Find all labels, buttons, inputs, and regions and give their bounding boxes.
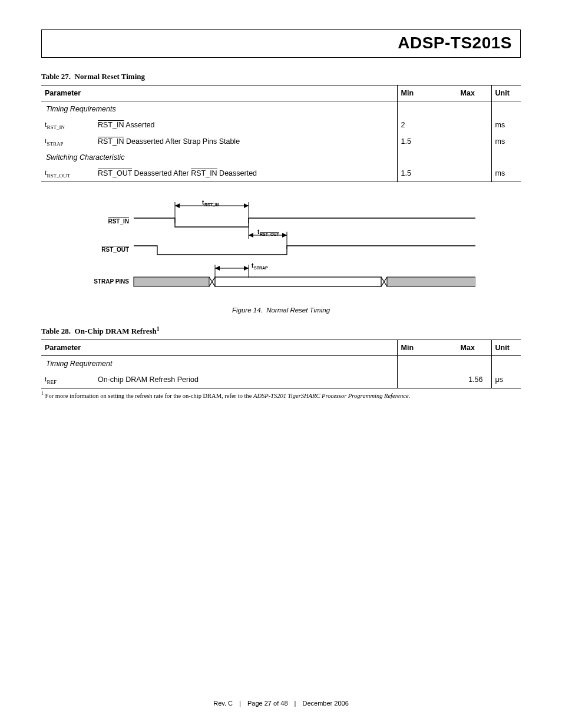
svg-rect-19: [215, 277, 381, 286]
table-28-caption: Table 28. On-Chip DRAM Refresh1: [41, 325, 521, 336]
col-header-parameter: Parameter: [41, 340, 397, 356]
table-row: Switching Characteristic: [41, 150, 521, 165]
table-row: Parameter Min Max Unit: [41, 340, 521, 356]
strap-pins-label: STRAP PINS: [94, 278, 129, 285]
svg-marker-14: [244, 266, 249, 271]
param-symbol: tRST_OUT: [41, 165, 94, 182]
footer-date: December 2006: [303, 700, 349, 707]
param-symbol: tREF: [41, 371, 94, 388]
col-header-unit: Unit: [491, 340, 521, 356]
param-min: [397, 371, 444, 388]
svg-marker-2: [244, 203, 249, 208]
section-timing-requirement: Timing Requirement: [41, 356, 397, 372]
col-header-max: Max: [444, 85, 491, 101]
param-symbol: tSTRAP: [41, 133, 94, 150]
param-max: [444, 117, 491, 133]
table-27-caption: Table 27. Normal Reset Timing: [41, 72, 521, 81]
table-row: tREF On-chip DRAM Refresh Period 1.56 μs: [41, 371, 521, 388]
table-row: tRST_OUT RST_OUT Deasserted After RST_IN…: [41, 165, 521, 182]
svg-rect-18: [134, 277, 209, 286]
table-row: tRST_IN RST_IN Asserted 2 ms: [41, 117, 521, 133]
param-desc: RST_IN Asserted: [94, 117, 397, 133]
svg-marker-13: [215, 266, 220, 271]
page-header-box: ADSP-TS201S: [41, 29, 521, 58]
param-desc: RST_OUT Deasserted After RST_IN Deassert…: [94, 165, 397, 182]
col-header-min: Min: [397, 340, 444, 356]
param-desc: On-chip DRAM Refresh Period: [94, 371, 397, 388]
rst-in-label: RST_IN: [108, 218, 129, 225]
param-max: [444, 165, 491, 182]
param-unit: ms: [491, 133, 521, 150]
svg-rect-20: [387, 277, 475, 286]
svg-text:RST_IN: RST_IN: [204, 203, 219, 207]
table-28-caption-title: On-Chip DRAM Refresh: [75, 327, 157, 335]
svg-marker-8: [282, 233, 287, 238]
param-desc: RST_IN Deasserted After Strap Pins Stabl…: [94, 133, 397, 150]
figure-14-caption: Figure 14. Normal Reset Timing: [87, 307, 475, 314]
table-row: tSTRAP RST_IN Deasserted After Strap Pin…: [41, 133, 521, 150]
param-symbol: tRST_IN: [41, 117, 94, 133]
col-header-unit: Unit: [491, 85, 521, 101]
section-timing-requirements: Timing Requirements: [41, 101, 397, 117]
rst-out-label: RST_OUT: [101, 246, 129, 253]
param-min: 2: [397, 117, 444, 133]
footer-page: Page 27 of 48: [247, 700, 288, 707]
param-unit: μs: [491, 371, 521, 388]
table-27: Parameter Min Max Unit Timing Requiremen…: [41, 85, 521, 182]
param-max: [444, 133, 491, 150]
svg-text:STRAP: STRAP: [254, 266, 268, 270]
figure-14-diagram: t RST_IN RST_IN t RST_OUT RST_OUT t STRA…: [87, 199, 475, 314]
table-27-caption-prefix: Table 27.: [41, 72, 71, 81]
table-27-caption-title: Normal Reset Timing: [75, 72, 145, 81]
param-min: 1.5: [397, 165, 444, 182]
param-unit: ms: [491, 117, 521, 133]
part-number-heading: ADSP-TS201S: [50, 34, 512, 52]
section-switching-characteristic: Switching Characteristic: [41, 150, 397, 165]
footer-rev: Rev. C: [213, 700, 233, 707]
page-footer: Rev. C | Page 27 of 48 | December 2006: [0, 700, 562, 707]
param-min: 1.5: [397, 133, 444, 150]
param-unit: ms: [491, 165, 521, 182]
col-header-min: Min: [397, 85, 444, 101]
svg-marker-1: [175, 203, 180, 208]
col-header-max: Max: [444, 340, 491, 356]
table-28-footnote: 1 For more information on setting the re…: [41, 391, 521, 399]
svg-text:RST_OUT: RST_OUT: [260, 232, 279, 236]
table-28: Parameter Min Max Unit Timing Requiremen…: [41, 340, 521, 388]
svg-marker-7: [249, 233, 253, 238]
table-row: Parameter Min Max Unit: [41, 85, 521, 101]
table-28-caption-prefix: Table 28.: [41, 327, 71, 335]
table-row: Timing Requirement: [41, 356, 521, 372]
table-row: Timing Requirements: [41, 101, 521, 117]
col-header-parameter: Parameter: [41, 85, 397, 101]
param-max: 1.56: [444, 371, 491, 388]
